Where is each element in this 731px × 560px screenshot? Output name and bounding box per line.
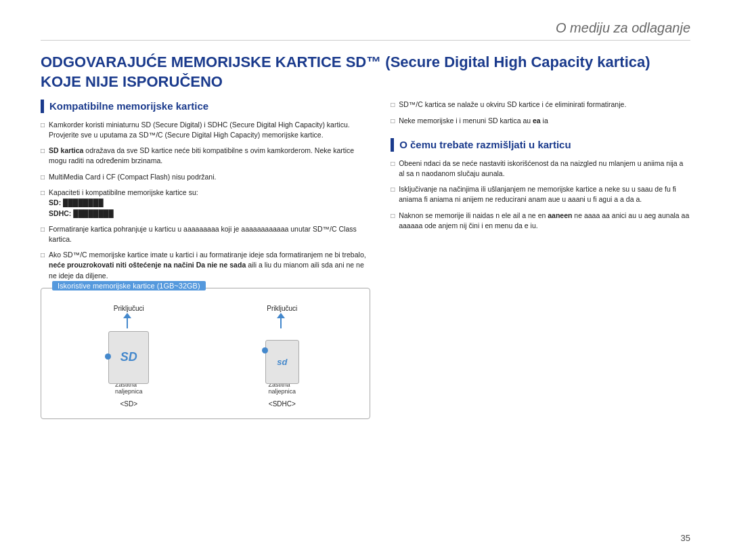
- list-item: Ako SD™/C memorijske kartice imate u kar…: [41, 250, 370, 281]
- left-column: Kompatibilne memorijske kartice Kamkorde…: [41, 100, 370, 419]
- main-heading-line2: KOJE NIJE ISPORUČENO: [41, 73, 223, 90]
- main-heading: ODGOVARAJUĆE MEMORIJSKE KARTICE SD™ (Sec…: [41, 53, 690, 91]
- diagram-container: Iskoristive memorijske kartice (1GB~32GB…: [41, 288, 370, 419]
- list-item: Formatiranje kartica pohranjuje u kartic…: [41, 224, 370, 244]
- sdhc-bottom-label: <SDHC>: [269, 400, 296, 408]
- right-column: SD™/C kartica se nalaže u okviru SD kart…: [391, 100, 690, 419]
- list-item: MultiMedia Card i CF (Compact Flash) nis…: [41, 172, 370, 183]
- right-bullet-list: Obeeni ndaci da se neće nastaviti iskori…: [391, 158, 690, 231]
- diagram-label: Iskoristive memorijske kartice (1GB~32GB…: [52, 281, 206, 290]
- list-item: SD™/C kartica se nalaže u okviru SD kart…: [391, 100, 690, 110]
- sd-bottom-label: <SD>: [120, 400, 137, 408]
- left-bullet-list: Kamkorder koristi miniaturnu SD (Secure …: [41, 120, 370, 281]
- list-item: Naknon se memorije ili naidas n ele ail …: [391, 211, 690, 231]
- sdhc-top-label: Priključuci: [267, 305, 297, 312]
- page-header: O mediju za odlaganje: [41, 20, 690, 41]
- page: O mediju za odlaganje ODGOVARAJUĆE MEMOR…: [0, 0, 731, 560]
- list-item: Isključivanje na načinjima ili ušlanjanj…: [391, 184, 690, 204]
- right-top-list: SD™/C kartica se nalaže u okviru SD kart…: [391, 100, 690, 126]
- diagram-inner: Priključuci SD Zaštitnanal: [52, 298, 359, 408]
- right-section-heading: O čemu trebate razmišljati u karticu: [391, 138, 690, 152]
- card-group-sdhc: Priključuci sd Zaštitnanal: [252, 305, 313, 408]
- list-item: Neke memorijske i i menuni SD kartica au…: [391, 116, 690, 127]
- list-item: Kapaciteti i kompatibilne memorijske kar…: [41, 188, 370, 219]
- content-area: Kompatibilne memorijske kartice Kamkorde…: [41, 100, 690, 419]
- list-item: Kamkorder koristi miniaturnu SD (Secure …: [41, 120, 370, 140]
- left-section-heading: Kompatibilne memorijske kartice: [41, 100, 370, 113]
- main-heading-line1: ODGOVARAJUĆE MEMORIJSKE KARTICE SD™ (Sec…: [41, 53, 650, 70]
- card-group-sd: Priključuci SD Zaštitnanal: [98, 305, 159, 408]
- list-item: SD kartica odražava da sve SD kartice ne…: [41, 146, 370, 166]
- page-title: O mediju za odlaganje: [556, 20, 690, 36]
- list-item: Obeeni ndaci da se neće nastaviti iskori…: [391, 158, 690, 179]
- page-number: 35: [681, 533, 690, 543]
- sd-top-label: Priključuci: [114, 305, 144, 312]
